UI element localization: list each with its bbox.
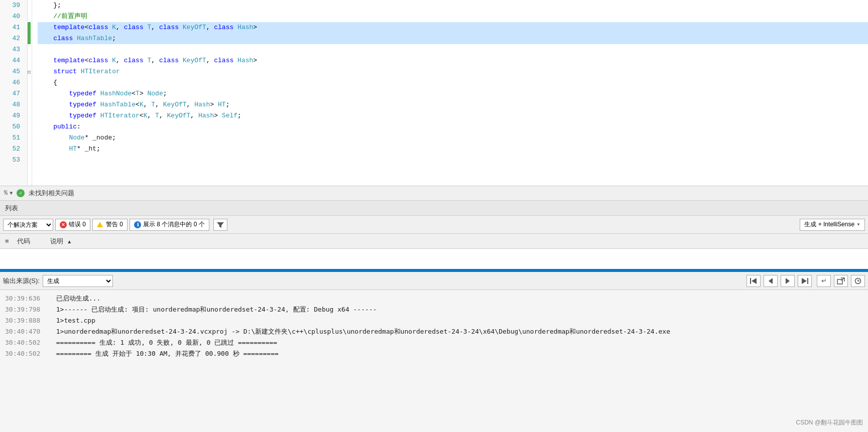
status-ok-icon: ✓ bbox=[17, 189, 25, 197]
line-num-53: 53 bbox=[0, 155, 23, 166]
indent-guide bbox=[32, 0, 33, 186]
prev-icon bbox=[767, 277, 775, 284]
code-editor: 39 40 41 42 43 44 45 46 47 48 49 50 51 5… bbox=[0, 0, 868, 186]
status-bar: % ▼ ✓ 未找到相关问题 bbox=[0, 186, 868, 201]
indicator-column: ⊟ bbox=[28, 0, 32, 186]
line-num-52: 52 bbox=[0, 143, 23, 155]
svg-marker-0 bbox=[217, 222, 224, 228]
dropdown-arrow-icon: ▼ bbox=[10, 191, 13, 196]
output-source-label: 输出来源(S): bbox=[3, 276, 40, 285]
line-num-49: 49 bbox=[0, 110, 23, 121]
line-num-44: 44 bbox=[0, 55, 23, 66]
code-line-39: }; bbox=[38, 0, 868, 11]
output-line-2: 30:39:798 1>------ 已启动生成: 项目: unorderedm… bbox=[5, 304, 863, 315]
code-line-43 bbox=[38, 44, 868, 55]
next-icon bbox=[784, 277, 792, 284]
line-num-40: 40 bbox=[0, 11, 23, 22]
external-link-icon bbox=[837, 277, 845, 284]
clock-icon bbox=[854, 277, 862, 284]
output-line-4: 30:40:470 1>unorderedmap和unorderedset-24… bbox=[5, 326, 863, 337]
code-line-46: { bbox=[38, 77, 868, 88]
code-line-52: HT* _ht; bbox=[38, 143, 868, 155]
line-num-45: 45 bbox=[0, 66, 23, 77]
line-numbers: 39 40 41 42 43 44 45 46 47 48 49 50 51 5… bbox=[0, 0, 28, 186]
code-line-45: struct HTIterator bbox=[38, 66, 868, 77]
error-list-columns: ≡ 代码 说明 ▲ bbox=[0, 234, 868, 249]
filter-button[interactable] bbox=[213, 219, 227, 231]
clock-button[interactable] bbox=[851, 275, 865, 287]
error-btn-label: 错误 0 bbox=[69, 220, 86, 229]
output-line-5: 30:40:502 ========== 生成: 1 成功, 0 失败, 0 最… bbox=[5, 337, 863, 348]
code-line-42: class HashTable; bbox=[38, 33, 868, 44]
solution-select[interactable]: 个解决方案 bbox=[3, 219, 53, 231]
warning-count-button[interactable]: 警告 0 bbox=[92, 219, 128, 231]
code-content[interactable]: }; //前置声明 template<class K, class T, cla… bbox=[34, 0, 868, 186]
status-text: 未找到相关问题 bbox=[29, 189, 74, 198]
code-line-49: typedef HTIterator<K, T, KeyOfT, Hash> S… bbox=[38, 110, 868, 121]
svg-rect-1 bbox=[750, 278, 751, 284]
line-num-42: 42 bbox=[0, 33, 23, 44]
goto-first-icon bbox=[750, 277, 758, 284]
code-line-48: typedef HashTable<K, T, KeyOfT, Hash> HT… bbox=[38, 99, 868, 110]
code-line-47: typedef HashNode<T> Node; bbox=[38, 88, 868, 99]
code-line-40: //前置声明 bbox=[38, 11, 868, 22]
code-line-51: Node* _node; bbox=[38, 132, 868, 143]
output-icon-btn-4[interactable] bbox=[798, 275, 812, 287]
svg-marker-4 bbox=[786, 278, 790, 284]
output-toolbar: 输出来源(S): 生成 bbox=[0, 272, 868, 290]
build-btn-arrow: ▼ bbox=[856, 222, 860, 227]
output-icon-btn-3[interactable] bbox=[781, 275, 795, 287]
code-line-53 bbox=[38, 155, 868, 166]
error-list-title-bar: 列表 bbox=[0, 201, 868, 216]
line-num-51: 51 bbox=[0, 132, 23, 143]
indicator-42 bbox=[28, 33, 31, 44]
info-icon: ℹ bbox=[134, 221, 141, 228]
error-list-title-text: 列表 bbox=[5, 204, 18, 213]
line-num-41: 41 bbox=[0, 22, 23, 33]
bottom-panel-container: 列表 个解决方案 ✕ 错误 0 警告 0 ℹ 展示 8 个消息中的 0 个 bbox=[0, 201, 868, 432]
line-num-47: 47 bbox=[0, 88, 23, 99]
info-count-button[interactable]: ℹ 展示 8 个消息中的 0 个 bbox=[130, 219, 209, 231]
line-num-46: 46 bbox=[0, 77, 23, 88]
code-line-41: template<class K, class T, class KeyOfT,… bbox=[38, 22, 868, 33]
goto-last-icon bbox=[801, 277, 809, 284]
line-num-48: 48 bbox=[0, 99, 23, 110]
svg-rect-6 bbox=[807, 278, 808, 284]
warning-icon bbox=[97, 222, 103, 227]
output-source-select[interactable]: 生成 bbox=[43, 275, 113, 287]
error-count-button[interactable]: ✕ 错误 0 bbox=[55, 219, 90, 231]
percent-icon: % bbox=[4, 190, 8, 197]
build-intellisense-button[interactable]: 生成 + IntelliSense ▼ bbox=[800, 219, 865, 231]
warning-btn-label: 警告 0 bbox=[106, 220, 123, 229]
error-list-body bbox=[0, 249, 868, 269]
col-code-header: 代码 bbox=[17, 237, 30, 246]
output-content: 30:39:636 已启动生成... 30:39:798 1>------ 已启… bbox=[0, 290, 868, 362]
info-btn-label: 展示 8 个消息中的 0 个 bbox=[143, 220, 205, 229]
sort-arrow-icon: ▲ bbox=[67, 239, 72, 244]
col-sort-indicator: ≡ bbox=[5, 237, 9, 245]
code-line-44: template<class K, class T, class KeyOfT,… bbox=[38, 55, 868, 66]
output-icon-btn-2[interactable] bbox=[764, 275, 778, 287]
line-num-50: 50 bbox=[0, 121, 23, 132]
line-num-43: 43 bbox=[0, 44, 23, 55]
indicator-41 bbox=[28, 22, 31, 33]
error-icon: ✕ bbox=[60, 221, 67, 228]
build-btn-label: 生成 + IntelliSense bbox=[804, 220, 854, 229]
output-icon-btn-1[interactable] bbox=[747, 275, 761, 287]
svg-marker-3 bbox=[769, 278, 773, 284]
col-description-header: 说明 ▲ bbox=[50, 237, 72, 246]
output-line-3: 30:39:888 1>test.cpp bbox=[5, 315, 863, 326]
collapse-icon-45[interactable]: ⊟ bbox=[28, 69, 31, 75]
output-line-6: 30:40:502 ========= 生成 开始于 10:30 AM, 并花费… bbox=[5, 348, 863, 359]
watermark: CSDN @翻斗花园牛图图 bbox=[796, 418, 863, 427]
code-line-50: public: bbox=[38, 121, 868, 132]
error-toolbar: 个解决方案 ✕ 错误 0 警告 0 ℹ 展示 8 个消息中的 0 个 bbox=[0, 216, 868, 234]
open-external-button[interactable] bbox=[834, 275, 848, 287]
line-num-39: 39 bbox=[0, 0, 23, 11]
word-wrap-button[interactable]: ↵ bbox=[817, 275, 831, 287]
filter-icon bbox=[217, 221, 224, 228]
svg-marker-5 bbox=[802, 278, 807, 284]
output-line-1: 30:39:636 已启动生成... bbox=[5, 293, 863, 304]
svg-marker-2 bbox=[752, 278, 757, 284]
